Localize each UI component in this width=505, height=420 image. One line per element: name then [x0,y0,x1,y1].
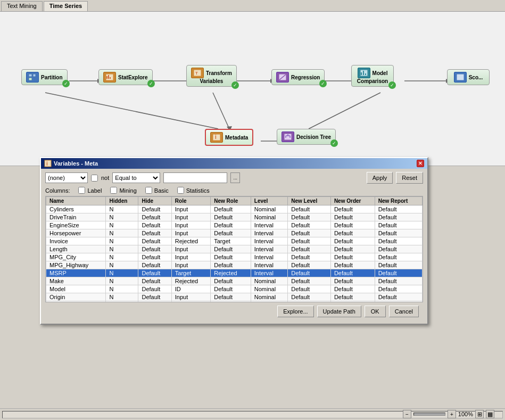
transform-label1: Transform [206,70,232,76]
table-row[interactable]: MakeNDefaultRejectedDefaultNominalDefaul… [46,277,423,285]
explore-button[interactable]: Explore... [277,306,313,317]
transform-label2: Variables [200,78,223,84]
table-row[interactable]: DriveTrainNDefaultInputDefaultNominalDef… [46,213,423,221]
filter-not-checkbox[interactable] [91,175,98,182]
dialog-title-icon: i [44,160,52,167]
variables-dialog: i Variables - Meta ✕ (none) not Equal to… [40,157,428,325]
tab-bar: Text Mining Time Series [0,0,505,12]
node-transform[interactable]: T Transform Variables ✓ [186,65,237,87]
statexplore-check: ✓ [147,80,155,87]
decision-tree-label: Decision Tree [296,134,331,140]
basic-checkbox[interactable] [145,187,152,194]
model-comparison-label1: Model [372,70,388,76]
columns-label: Columns: [45,187,70,194]
node-regression[interactable]: Regression ✓ [271,69,325,85]
svg-rect-17 [33,74,36,77]
col-role: Role [171,197,210,205]
tab-time-series[interactable]: Time Series [44,1,88,11]
canvas-area: Partition ✓ StatExplore ✓ T Tr [0,12,505,166]
decision-tree-check: ✓ [330,139,338,147]
reset-button[interactable]: Reset [396,172,423,184]
model-comparison-label2: Comparison [357,78,388,84]
col-new-order: New Order [330,197,375,205]
svg-rect-32 [213,134,220,141]
node-score[interactable]: Sco... [447,69,490,85]
zoom-slider[interactable] [413,413,445,416]
table-header-row: Name Hidden Hide Role New Role Level New… [46,197,423,205]
statexplore-label: StatExplore [118,75,148,80]
zoom-level: 100% [458,411,473,417]
cancel-button[interactable]: Cancel [389,306,419,317]
columns-row: Columns: Label Mining Basic Statistics [45,187,423,194]
table-row[interactable]: MSRPNDefaultTargetRejectedIntervalDefaul… [46,269,423,277]
table-row[interactable]: HorsepowerNDefaultInputDefaultIntervalDe… [46,229,423,237]
zoom-out-button[interactable]: − [403,410,411,418]
dialog-titlebar: i Variables - Meta ✕ [41,158,427,169]
label-checkbox[interactable] [78,187,85,194]
table-row[interactable]: TypeNDefaultInputDefaultNominalDefaultDe… [46,301,423,303]
ok-button[interactable]: OK [365,306,386,317]
zoom-in-button[interactable]: + [448,410,456,418]
col-name: Name [46,197,106,205]
filter-not-label: not [101,175,109,181]
transform-check: ✓ [231,81,239,89]
layout-button[interactable]: ▦ [486,410,494,418]
col-new-level: New Level [288,197,331,205]
col-hidden: Hidden [106,197,138,205]
fit-button[interactable]: ⊞ [475,410,484,418]
svg-line-15 [309,93,380,129]
node-metadata[interactable]: i Metadata [205,129,253,146]
table-row[interactable]: ModelNDefaultIDDefaultNominalDefaultDefa… [46,285,423,293]
score-icon [454,72,467,83]
transform-icon: T [191,68,204,78]
svg-text:i: i [215,134,217,140]
table-row[interactable]: EngineSizeNDefaultInputDefaultIntervalDe… [46,221,423,229]
col-hide: Hide [138,197,171,205]
svg-line-10 [213,93,229,128]
node-partition[interactable]: Partition ✓ [21,69,68,85]
table-row[interactable]: InvoiceNDefaultRejectedTargetIntervalDef… [46,237,423,245]
variables-table: Name Hidden Hide Role New Role Level New… [46,196,423,302]
zoom-controls: − + 100% ⊞ ▦ [403,408,494,420]
filter-value-input[interactable] [163,172,227,183]
svg-text:i: i [46,161,48,167]
svg-text:T: T [195,71,198,76]
svg-rect-31 [457,74,464,80]
decision-tree-icon [282,131,294,142]
filter-ellipsis-button[interactable]: ... [230,172,240,183]
svg-line-12 [45,93,218,129]
update-path-button[interactable]: Update Path [317,306,361,317]
dialog-body: (none) not Equal to ... Apply Reset Colu… [41,169,427,324]
table-row[interactable]: LengthNDefaultInputDefaultIntervalDefaul… [46,245,423,253]
mining-checkbox[interactable] [110,187,117,194]
basic-checkbox-group[interactable]: Basic [145,187,169,194]
node-model-comparison[interactable]: Model Comparison ✓ [351,65,394,87]
svg-rect-16 [29,74,32,77]
filter-dropdown[interactable]: (none) [45,172,88,183]
regression-label: Regression [291,75,320,80]
tab-text-mining[interactable]: Text Mining [1,1,43,11]
statistics-checkbox[interactable] [177,187,184,194]
table-row[interactable]: OriginNDefaultInputDefaultNominalDefault… [46,293,423,301]
regression-check: ✓ [319,80,327,87]
dialog-close-button[interactable]: ✕ [417,160,424,167]
col-new-role: New Role [211,197,251,205]
col-new-report: New Report [375,197,422,205]
model-comparison-icon [358,68,370,78]
statistics-checkbox-group[interactable]: Statistics [177,187,210,194]
mining-checkbox-group[interactable]: Mining [110,187,136,194]
model-comparison-check: ✓ [388,81,396,89]
partition-icon [26,72,39,83]
svg-rect-18 [29,78,32,80]
filter-condition[interactable]: Equal to [112,172,160,183]
table-row[interactable]: MPG_HighwayNDefaultInputDefaultIntervalD… [46,261,423,269]
apply-button[interactable]: Apply [367,172,393,184]
table-row[interactable]: CylindersNDefaultInputDefaultNominalDefa… [46,205,423,213]
status-bar: − + 100% ⊞ ▦ [0,408,505,420]
label-checkbox-group[interactable]: Label [78,187,102,194]
node-decision-tree[interactable]: Decision Tree ✓ [277,129,336,145]
dialog-title: i Variables - Meta [44,160,98,167]
node-statexplore[interactable]: StatExplore ✓ [98,69,153,85]
table-row[interactable]: MPG_CityNDefaultInputDefaultIntervalDefa… [46,253,423,261]
regression-icon [276,72,289,83]
